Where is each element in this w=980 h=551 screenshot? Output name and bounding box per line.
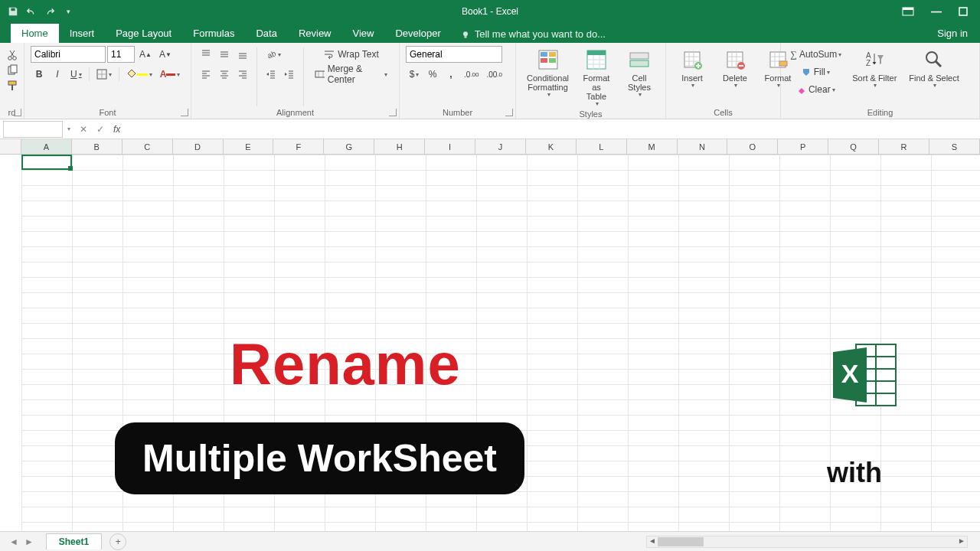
scroll-left-icon[interactable]: ◄ xyxy=(647,536,658,547)
tab-home[interactable]: Home xyxy=(11,24,59,43)
borders-icon[interactable]: ▾ xyxy=(93,66,115,83)
scroll-right-icon[interactable]: ► xyxy=(956,536,967,547)
col-header-E[interactable]: E xyxy=(224,139,274,154)
redo-icon[interactable] xyxy=(44,6,55,17)
font-color-icon[interactable]: A▾ xyxy=(157,66,184,83)
tab-formulas[interactable]: Formulas xyxy=(182,24,245,43)
underline-button[interactable]: U▾ xyxy=(67,66,85,83)
horizontal-scrollbar[interactable]: ◄ ► xyxy=(646,536,968,548)
scrollbar-thumb[interactable] xyxy=(658,537,704,546)
comma-icon[interactable]: , xyxy=(443,66,459,83)
maximize-icon[interactable] xyxy=(959,7,968,16)
select-all-corner[interactable] xyxy=(0,139,21,154)
group-alignment: ab▾ Wrap Text Merge & Center▾ Alignment xyxy=(191,43,400,119)
tab-data[interactable]: Data xyxy=(245,24,287,43)
shrink-font-icon[interactable]: A▼ xyxy=(156,46,175,63)
delete-button[interactable]: Delete▾ xyxy=(715,46,755,91)
font-name-combo[interactable] xyxy=(31,46,106,63)
cell-styles-icon xyxy=(627,47,652,72)
tab-developer[interactable]: Developer xyxy=(384,24,451,43)
decrease-decimal-icon[interactable]: .00.0 xyxy=(483,66,505,83)
merge-center-button[interactable]: Merge & Center▾ xyxy=(309,66,393,83)
col-header-D[interactable]: D xyxy=(173,139,224,154)
col-header-G[interactable]: G xyxy=(324,139,374,154)
col-header-K[interactable]: K xyxy=(526,139,577,154)
bulb-icon xyxy=(461,30,470,39)
number-format-combo[interactable] xyxy=(406,46,502,63)
minimize-icon[interactable]: — xyxy=(931,5,942,18)
col-header-M[interactable]: M xyxy=(627,139,678,154)
number-launcher-icon[interactable] xyxy=(505,109,513,116)
align-bottom-icon[interactable] xyxy=(234,46,251,63)
align-center-icon[interactable] xyxy=(216,66,233,83)
autosum-button[interactable]: ∑ AutoSum▾ xyxy=(787,46,844,63)
increase-indent-icon[interactable] xyxy=(281,66,298,83)
sheet-tab-sheet1[interactable]: Sheet1 xyxy=(46,533,102,549)
col-header-R[interactable]: R xyxy=(879,139,929,154)
clipboard-launcher-icon[interactable] xyxy=(14,109,21,116)
align-middle-icon[interactable] xyxy=(216,46,233,63)
align-right-icon[interactable] xyxy=(234,66,251,83)
bold-button[interactable]: B xyxy=(31,66,47,83)
col-header-F[interactable]: F xyxy=(273,139,324,154)
formula-input[interactable] xyxy=(125,121,980,138)
tell-me[interactable]: Tell me what you want to do... xyxy=(461,28,606,43)
cancel-formula-icon[interactable]: ✕ xyxy=(75,121,92,138)
orientation-icon[interactable]: ab▾ xyxy=(263,46,284,63)
sign-in[interactable]: Sign in xyxy=(925,24,980,43)
copy-icon[interactable] xyxy=(6,64,24,77)
col-header-S[interactable]: S xyxy=(929,139,980,154)
qat-dropdown-icon[interactable]: ▾ xyxy=(63,6,74,17)
cell-selection xyxy=(21,155,72,170)
cells-area[interactable] xyxy=(21,155,980,531)
cell-styles-button[interactable]: Cell Styles▾ xyxy=(619,46,659,100)
col-header-C[interactable]: C xyxy=(122,139,173,154)
increase-decimal-icon[interactable]: .0.00 xyxy=(461,66,482,83)
sort-filter-button[interactable]: AZ Sort & Filter▾ xyxy=(848,46,901,91)
fill-button[interactable]: Fill▾ xyxy=(787,64,844,80)
name-box-dropdown-icon[interactable]: ▾ xyxy=(67,126,70,132)
col-header-H[interactable]: H xyxy=(374,139,425,154)
undo-icon[interactable] xyxy=(26,6,37,17)
align-left-icon[interactable] xyxy=(198,66,214,83)
italic-button[interactable]: I xyxy=(49,66,66,83)
font-size-combo[interactable] xyxy=(107,46,135,63)
col-header-I[interactable]: I xyxy=(425,139,475,154)
conditional-formatting-button[interactable]: Conditional Formatting▾ xyxy=(522,46,573,100)
col-header-A[interactable]: A xyxy=(21,139,72,154)
sheet-nav-prev-icon[interactable]: ◄ xyxy=(9,536,18,547)
decrease-indent-icon[interactable] xyxy=(263,66,279,83)
format-as-table-button[interactable]: Format as Table▾ xyxy=(577,46,616,109)
new-sheet-button[interactable]: + xyxy=(109,533,126,550)
enter-formula-icon[interactable]: ✓ xyxy=(92,121,109,138)
fill-color-icon[interactable]: ▾ xyxy=(123,66,155,83)
cut-icon[interactable] xyxy=(6,49,24,61)
accounting-icon[interactable]: $▾ xyxy=(406,66,423,83)
wrap-text-button[interactable]: Wrap Text xyxy=(309,46,393,63)
col-header-P[interactable]: P xyxy=(778,139,828,154)
alignment-launcher-icon[interactable] xyxy=(389,109,397,116)
col-header-J[interactable]: J xyxy=(475,139,526,154)
fx-icon[interactable]: fx xyxy=(113,124,120,135)
insert-button[interactable]: Insert▾ xyxy=(672,46,712,91)
name-box[interactable] xyxy=(3,121,63,138)
tab-insert[interactable]: Insert xyxy=(59,24,106,43)
save-icon[interactable] xyxy=(8,6,18,17)
tab-page-layout[interactable]: Page Layout xyxy=(105,24,182,43)
tab-review[interactable]: Review xyxy=(288,24,342,43)
col-header-B[interactable]: B xyxy=(72,139,122,154)
ribbon-options-icon[interactable] xyxy=(902,7,914,16)
format-painter-icon[interactable] xyxy=(6,80,24,92)
sheet-nav-next-icon[interactable]: ► xyxy=(24,536,34,547)
col-header-N[interactable]: N xyxy=(678,139,728,154)
find-select-button[interactable]: Find & Select▾ xyxy=(904,46,963,91)
col-header-Q[interactable]: Q xyxy=(828,139,879,154)
percent-icon[interactable]: % xyxy=(424,66,441,83)
col-header-O[interactable]: O xyxy=(727,139,778,154)
grow-font-icon[interactable]: A▲ xyxy=(136,46,155,63)
clear-button[interactable]: Clear▾ xyxy=(787,81,844,98)
tab-view[interactable]: View xyxy=(342,24,385,43)
font-launcher-icon[interactable] xyxy=(181,109,188,116)
align-top-icon[interactable] xyxy=(198,46,214,63)
col-header-L[interactable]: L xyxy=(577,139,627,154)
